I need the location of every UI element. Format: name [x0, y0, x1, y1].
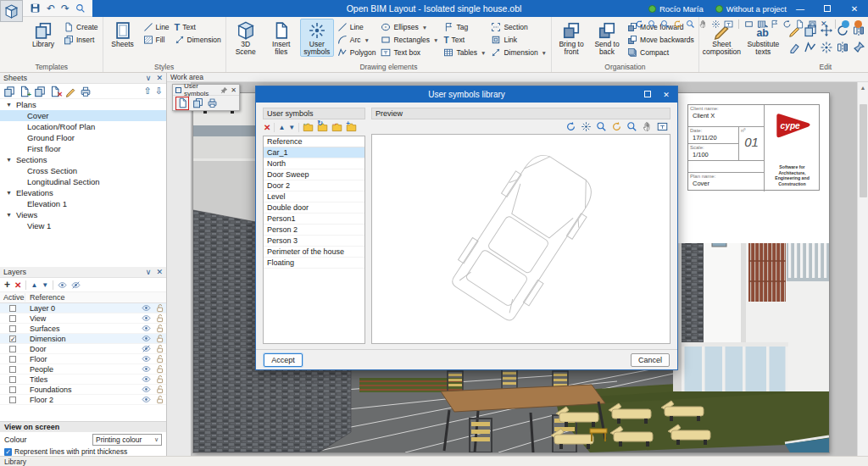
layer-visible-icon[interactable]: [139, 303, 153, 313]
symbol-up-icon[interactable]: ▲: [278, 124, 285, 131]
layer-active-checkbox[interactable]: [9, 315, 16, 322]
mirror-horizontal-icon[interactable]: [836, 41, 849, 54]
layer-active-checkbox[interactable]: [9, 366, 16, 373]
symbol-item-door-sweep[interactable]: Door Sweep: [264, 169, 364, 180]
layer-row-floor2[interactable]: Floor 2: [0, 395, 166, 405]
symbol-item-north[interactable]: North: [264, 158, 364, 169]
layer-visible-icon[interactable]: [139, 354, 153, 363]
scale-icon[interactable]: [820, 41, 833, 54]
layer-visible-icon[interactable]: [139, 385, 153, 394]
collapse-panel-icon[interactable]: ∨: [146, 268, 152, 276]
layer-visible-icon[interactable]: [139, 334, 153, 343]
zoom-out-icon[interactable]: [626, 121, 637, 132]
draw-polygon-button[interactable]: Polygon: [336, 47, 378, 58]
delete-symbol-icon[interactable]: ✕: [264, 123, 270, 132]
add-sheet-icon[interactable]: +: [19, 86, 31, 97]
layer-lock-icon[interactable]: [153, 313, 166, 323]
layer-lock-icon[interactable]: [153, 374, 166, 384]
chevron-down-icon[interactable]: ▼: [6, 157, 13, 163]
draw-arc-button[interactable]: Arc▼: [336, 34, 378, 46]
draw-tag-button[interactable]: Tag: [442, 21, 487, 33]
line-style-button[interactable]: Line: [142, 21, 171, 33]
hide-all-layers-icon[interactable]: [71, 280, 81, 290]
draw-line-button[interactable]: Line: [336, 21, 378, 33]
layer-lock-icon[interactable]: [153, 354, 166, 363]
dialog-title-bar[interactable]: User symbols library ✕: [256, 86, 677, 103]
scrollbar-thumb[interactable]: [860, 104, 867, 197]
pan-icon[interactable]: [642, 121, 653, 132]
close-icon[interactable]: ✕: [231, 86, 236, 94]
edit-sheet-icon[interactable]: [64, 86, 76, 97]
symbol-item-car-1[interactable]: Car_1: [264, 147, 364, 158]
layer-row-dimension[interactable]: ✓Dimension: [0, 334, 166, 344]
tree-item-view-1[interactable]: View 1: [0, 220, 166, 231]
center-view-icon[interactable]: [711, 19, 721, 29]
tree-item-first-floor[interactable]: First floor: [0, 143, 166, 154]
layer-lock-icon[interactable]: [153, 395, 166, 404]
symbol-item-door-2[interactable]: Door 2: [264, 180, 364, 191]
symbol-item-person-3[interactable]: Person 3: [264, 236, 364, 247]
chevron-down-icon[interactable]: ▼: [6, 102, 13, 108]
layer-visible-icon[interactable]: [139, 324, 153, 333]
full-screen-icon[interactable]: [657, 121, 668, 132]
insert-symbol-tool-active[interactable]: [175, 97, 189, 110]
tree-group-plans[interactable]: ▼Plans: [0, 99, 166, 110]
undo-icon[interactable]: ↶: [47, 3, 55, 14]
export-library-icon[interactable]: →: [331, 122, 342, 133]
bim-alert-icon[interactable]: [854, 19, 863, 29]
move-up-icon[interactable]: ⇧: [144, 86, 152, 97]
colour-select[interactable]: Printing colour∨: [92, 434, 162, 446]
send-to-back-button[interactable]: Send to back: [590, 19, 624, 57]
zoom-all-icon[interactable]: [581, 121, 592, 132]
comment-tool-icon[interactable]: [808, 19, 817, 29]
dialog-close-button[interactable]: ✕: [657, 91, 676, 99]
collapse-panel-icon[interactable]: ∨: [146, 74, 152, 82]
layer-row-layer0[interactable]: Layer 0: [0, 303, 166, 313]
layer-row-people[interactable]: People: [0, 364, 166, 374]
layer-active-checkbox[interactable]: ✓: [9, 336, 16, 342]
layer-row-floor[interactable]: Floor: [0, 354, 166, 364]
save-icon[interactable]: [30, 3, 41, 14]
tree-group-elevations[interactable]: ▼Elevations: [0, 187, 166, 198]
chevron-down-icon[interactable]: ▼: [6, 212, 13, 218]
layer-down-icon[interactable]: ▼: [42, 281, 48, 289]
bim-sync-icon[interactable]: [841, 19, 850, 29]
accept-button[interactable]: Accept: [264, 353, 303, 367]
layer-visible-icon[interactable]: [139, 374, 153, 384]
draw-link-button[interactable]: Link: [489, 34, 548, 46]
fill-style-button[interactable]: Fill: [142, 34, 171, 46]
layer-visible-icon[interactable]: [139, 313, 153, 323]
minimize-button[interactable]: —: [787, 0, 814, 17]
erase-icon[interactable]: [787, 41, 801, 54]
layer-row-door[interactable]: Door: [0, 344, 166, 354]
layer-lock-icon[interactable]: [153, 303, 166, 313]
text-style-button[interactable]: TText: [173, 21, 223, 33]
tree-item-cross-section[interactable]: Cross Section: [0, 165, 166, 176]
symbol-down-icon[interactable]: ▼: [288, 124, 295, 131]
insert-files-button[interactable]: Insert files: [264, 19, 298, 57]
symbol-item-perimeter[interactable]: Perimeter of the house: [264, 247, 364, 258]
layer-active-checkbox[interactable]: [9, 325, 16, 332]
flag-tool-icon[interactable]: [770, 19, 779, 29]
grid-tool-icon[interactable]: [757, 19, 766, 29]
dialog-maximize-button[interactable]: [638, 91, 657, 99]
copy-symbol-tool[interactable]: [192, 97, 203, 108]
layer-row-view[interactable]: View: [0, 313, 166, 324]
rotate-tool-icon[interactable]: [782, 19, 792, 29]
layer-lock-icon[interactable]: [153, 324, 166, 333]
layer-active-checkbox[interactable]: [9, 386, 16, 393]
layer-hidden-icon[interactable]: [139, 344, 153, 353]
vertical-scrollbar[interactable]: ▲: [857, 82, 868, 456]
delete-sheet-icon[interactable]: ✕: [49, 86, 61, 97]
tree-item-cover[interactable]: Cover: [0, 110, 166, 121]
redraw-icon[interactable]: [635, 19, 644, 29]
insert-template-button[interactable]: Insert: [62, 34, 100, 46]
symbol-item-level[interactable]: Level: [264, 191, 364, 202]
export-symbol-tool[interactable]: [207, 97, 218, 108]
page-tool-icon[interactable]: [795, 19, 804, 29]
edit-polygon-icon[interactable]: [804, 41, 817, 54]
layer-visible-icon[interactable]: [139, 364, 153, 374]
preview-canvas[interactable]: [371, 134, 670, 344]
layer-active-checkbox[interactable]: [9, 376, 16, 383]
move-backwards-button[interactable]: Move backwards: [626, 34, 696, 46]
